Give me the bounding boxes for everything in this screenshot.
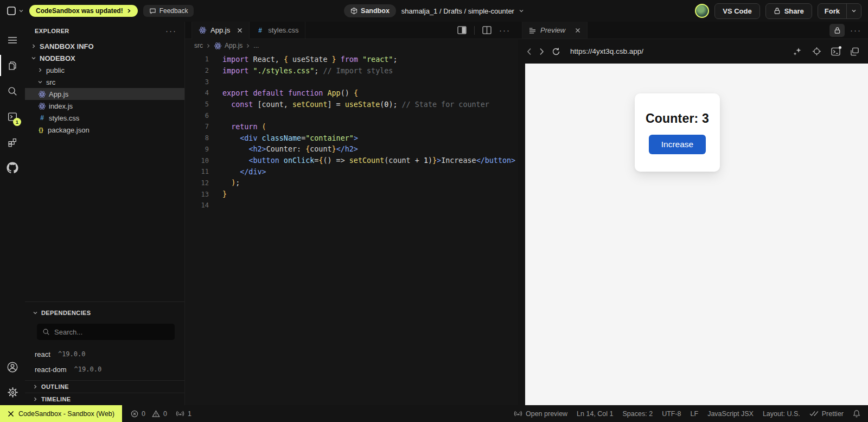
bell-icon[interactable] (853, 410, 860, 418)
explorer-header: EXPLORER ··· (25, 22, 184, 40)
chevron-down-icon (851, 8, 857, 14)
breadcrumb-label: App.js (225, 42, 242, 49)
activity-devtools-button[interactable] (0, 129, 25, 155)
tree-item-public[interactable]: public (25, 64, 184, 76)
open-preview-button[interactable]: Open preview (514, 410, 567, 418)
editor-tab-styles-css[interactable]: #styles.css (250, 22, 305, 39)
tree-item-src[interactable]: src (25, 76, 184, 88)
activity-github-button[interactable] (0, 155, 25, 180)
problems-indicator[interactable]: 0 0 (131, 410, 167, 418)
preview-panel: Preview ··· (518, 22, 868, 405)
indentation-setting[interactable]: Spaces: 2 (623, 410, 653, 418)
dependency-row[interactable]: react ^19.0.0 (25, 347, 184, 362)
dependency-row[interactable]: react-dom ^19.0.0 (25, 362, 184, 377)
feedback-label: Feedback (159, 7, 188, 15)
refresh-button[interactable] (552, 47, 560, 56)
cursor-position[interactable]: Ln 14, Col 1 (577, 410, 613, 418)
toggle-sidebar-icon[interactable] (457, 26, 467, 34)
line-number: 11 (185, 168, 209, 175)
ports-indicator[interactable]: 1 (176, 410, 192, 418)
chevron-right-icon (33, 384, 38, 389)
activity-search-button[interactable] (0, 78, 25, 104)
fork-dropdown-button[interactable] (846, 4, 861, 18)
fork-button-group: Fork (818, 3, 861, 19)
dependency-name: react-dom (35, 366, 67, 374)
breadcrumb-item[interactable]: src (194, 42, 203, 49)
breadcrumb-item[interactable]: ... (253, 42, 259, 49)
terminal-badge: 1 (13, 118, 21, 126)
language-mode[interactable]: JavaScript JSX (707, 410, 754, 418)
tree-item-index-js[interactable]: index.js (25, 100, 184, 112)
outline-section[interactable]: OUTLINE (25, 380, 184, 393)
tree-item-styles-css[interactable]: #styles.css (25, 112, 184, 124)
timeline-section[interactable]: TIMELINE (25, 393, 184, 405)
tab-label: styles.css (268, 26, 298, 34)
update-banner[interactable]: CodeSandbox was updated! (29, 5, 138, 17)
close-icon[interactable] (575, 28, 580, 33)
activity-files-button[interactable] (0, 53, 25, 78)
warning-icon (152, 410, 160, 418)
share-button[interactable]: Share (765, 3, 812, 19)
eol-setting[interactable]: LF (691, 410, 699, 418)
increase-button[interactable]: Increase (649, 135, 706, 154)
preview-menu-button[interactable]: ··· (850, 28, 861, 33)
sandbox-type-badge: Sandbox (344, 4, 396, 17)
code-line: 3 (185, 76, 518, 87)
github-icon (7, 162, 18, 174)
lock-icon (774, 7, 781, 15)
open-new-window-icon[interactable] (850, 47, 859, 56)
tree-item-package-json[interactable]: {}package.json (25, 124, 184, 136)
breadcrumb-item[interactable]: App.js (214, 42, 242, 50)
dependency-list: react ^19.0.0 react-dom ^19.0.0 (25, 347, 184, 377)
settings-button[interactable] (0, 380, 25, 405)
dependencies-header[interactable]: DEPENDENCIES (25, 306, 184, 319)
explorer-menu-button[interactable]: ··· (165, 28, 177, 34)
dependencies-panel: DEPENDENCIES react ^19.0.0 react-dom ^19… (25, 301, 184, 380)
preview-tabbar: Preview ··· (518, 22, 868, 39)
code-line: 10 <button onClick={() => setCount(count… (185, 155, 518, 166)
search-icon (42, 328, 50, 336)
preview-tab[interactable]: Preview (522, 22, 588, 39)
tree-item-sandbox-info[interactable]: SANDBOX INFO (25, 40, 184, 52)
dependency-search-input[interactable] (54, 328, 169, 336)
forward-button[interactable] (539, 48, 544, 55)
code-line: 12 ); (185, 178, 518, 189)
chevron-right-icon (206, 43, 210, 48)
fork-button[interactable]: Fork (818, 4, 846, 18)
tree-item-app-js[interactable]: App.js (25, 88, 184, 100)
back-button[interactable] (527, 48, 532, 55)
formatter-indicator[interactable]: Prettier (809, 410, 844, 418)
remote-indicator[interactable]: CodeSandbox - Sandbox (Web) (0, 405, 122, 422)
feedback-button[interactable]: Feedback (143, 5, 194, 17)
project-breadcrumb[interactable]: shamalja_1 / Drafts / simple-counter (401, 7, 524, 15)
tree-item-nodebox[interactable]: NODEBOX (25, 52, 184, 64)
code-line: 6 (185, 110, 518, 121)
code-line: 11 </div> (185, 166, 518, 178)
vscode-button[interactable]: VS Code (714, 3, 760, 19)
sandbox-badge-label: Sandbox (361, 7, 390, 15)
preview-tab-label: Preview (540, 26, 565, 34)
account-button[interactable] (0, 354, 25, 380)
share-label: Share (784, 7, 804, 15)
chevron-down-icon (37, 79, 43, 85)
editor-menu-button[interactable]: ··· (499, 28, 510, 33)
menu-button[interactable] (0, 27, 25, 53)
keyboard-layout[interactable]: Layout: U.S. (763, 410, 800, 418)
encoding-setting[interactable]: UTF-8 (662, 410, 681, 418)
breadcrumb: src App.js ... (185, 39, 518, 52)
blocks-icon (7, 137, 18, 148)
close-icon[interactable] (237, 28, 242, 33)
sparkles-icon[interactable] (793, 47, 802, 56)
user-avatar[interactable] (695, 4, 709, 18)
workspace-menu-button[interactable] (7, 6, 24, 16)
inspect-target-icon[interactable] (812, 47, 821, 56)
url-bar[interactable]: https://4yxt3q.csb.app/ (570, 47, 785, 55)
react-file-icon (38, 102, 46, 110)
preview-lock-button[interactable] (829, 24, 845, 37)
chevron-right-icon (30, 43, 37, 49)
editor-tab-app-js[interactable]: App.js (192, 22, 250, 39)
css-file-icon: # (256, 27, 264, 34)
split-editor-icon[interactable] (482, 26, 492, 34)
activity-terminal-button[interactable]: 1 (0, 104, 25, 129)
code-area[interactable]: 1import React, { useState } from "react"… (185, 52, 518, 405)
